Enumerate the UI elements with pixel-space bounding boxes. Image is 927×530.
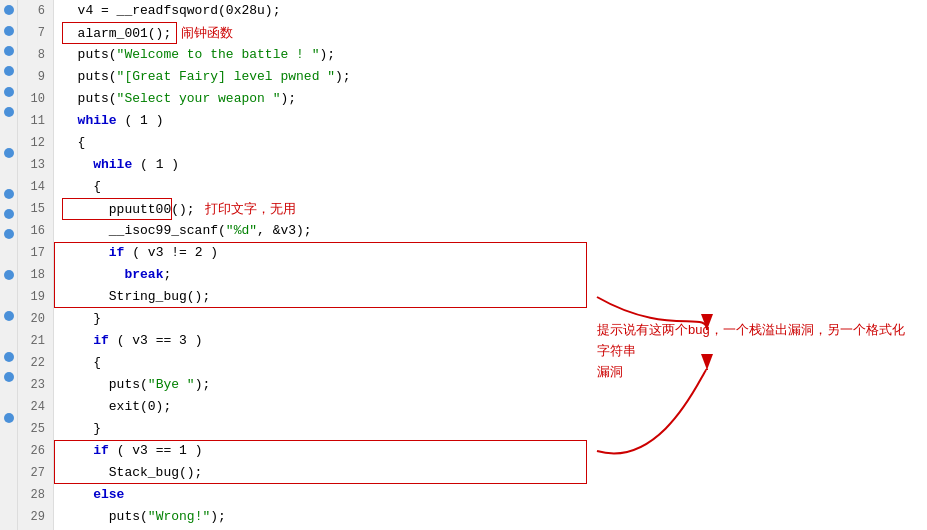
- line-number: 23: [26, 374, 45, 396]
- breakpoint-dot[interactable]: [4, 66, 14, 76]
- code-line: if ( v3 == 3 ): [62, 330, 579, 352]
- code-line: __isoc99_scanf("%d", &v3);: [62, 220, 579, 242]
- line-number: 12: [26, 132, 45, 154]
- code-line: }: [62, 308, 579, 330]
- dot-cell: [0, 265, 17, 285]
- line-number: 28: [26, 484, 45, 506]
- breakpoint-dot[interactable]: [4, 26, 14, 36]
- line-number: 20: [26, 308, 45, 330]
- code-line: String_bug();: [62, 286, 579, 308]
- code-line: puts("Select your weapon ");: [62, 88, 579, 110]
- line-number: 14: [26, 176, 45, 198]
- inline-annotation: 打印文字，无用: [205, 201, 296, 216]
- code-content: v4 = __readfsqword(0x28u); alarm_001();闹…: [54, 0, 587, 530]
- breakpoint-dot[interactable]: [4, 270, 14, 280]
- dot-cell: [0, 326, 17, 346]
- code-line: }: [62, 418, 579, 440]
- breakpoint-dot[interactable]: [4, 148, 14, 158]
- dot-cell: [0, 82, 17, 102]
- line-number: 16: [26, 220, 45, 242]
- code-line: while ( 1 ): [62, 110, 579, 132]
- breakpoint-dot[interactable]: [4, 352, 14, 362]
- code-line: v4 = __readfsqword(0x28u);: [62, 0, 579, 22]
- dot-cell: [0, 41, 17, 61]
- line-number: 7: [26, 22, 45, 44]
- code-line: puts("Wrong!");: [62, 506, 579, 528]
- dot-cell: [0, 510, 17, 530]
- breakpoint-column: [0, 0, 18, 530]
- dot-cell: [0, 163, 17, 183]
- code-line: puts("[Great Fairy] level pwned ");: [62, 66, 579, 88]
- dot-cell: [0, 428, 17, 448]
- dot-cell: [0, 306, 17, 326]
- dot-cell: [0, 367, 17, 387]
- line-number: 15: [26, 198, 45, 220]
- line-number: 21: [26, 330, 45, 352]
- line-number: 27: [26, 462, 45, 484]
- line-number: 17: [26, 242, 45, 264]
- dot-cell: [0, 184, 17, 204]
- arrows-svg: [587, 0, 927, 530]
- right-annotation-text: 提示说有这两个bug，一个栈溢出漏洞，另一个格式化字符串漏洞: [597, 320, 907, 382]
- dot-cell: [0, 0, 17, 20]
- dot-cell: [0, 347, 17, 367]
- code-editor: 6789101112131415161718192021222324252627…: [0, 0, 927, 530]
- breakpoint-dot[interactable]: [4, 229, 14, 239]
- code-line: alarm_001();闹钟函数: [62, 22, 579, 44]
- code-line: else: [62, 484, 579, 506]
- dot-cell: [0, 285, 17, 305]
- line-number: 29: [26, 506, 45, 528]
- code-line: {: [62, 132, 579, 154]
- dot-cell: [0, 143, 17, 163]
- breakpoint-dot[interactable]: [4, 413, 14, 423]
- line-number: 19: [26, 286, 45, 308]
- breakpoint-dot[interactable]: [4, 107, 14, 117]
- line-number: 9: [26, 66, 45, 88]
- breakpoint-dot[interactable]: [4, 209, 14, 219]
- dot-cell: [0, 245, 17, 265]
- code-line: puts("Bye ");: [62, 374, 579, 396]
- code-line: if ( v3 == 1 ): [62, 440, 579, 462]
- line-numbers: 6789101112131415161718192021222324252627…: [18, 0, 54, 530]
- annotation-panel: 提示说有这两个bug，一个栈溢出漏洞，另一个格式化字符串漏洞: [587, 0, 927, 530]
- dot-cell: [0, 387, 17, 407]
- dot-cell: [0, 102, 17, 122]
- line-number: 24: [26, 396, 45, 418]
- code-line: exit(0);: [62, 396, 579, 418]
- dot-cell: [0, 20, 17, 40]
- dot-cell: [0, 489, 17, 509]
- code-line: break;: [62, 264, 579, 286]
- line-number: 18: [26, 264, 45, 286]
- dot-cell: [0, 61, 17, 81]
- dot-cell: [0, 224, 17, 244]
- breakpoint-dot[interactable]: [4, 311, 14, 321]
- inline-annotation: 闹钟函数: [181, 25, 233, 40]
- dot-cell: [0, 408, 17, 428]
- code-line: Stack_bug();: [62, 462, 579, 484]
- code-line: {: [62, 176, 579, 198]
- code-line: puts("Welcome to the battle ! ");: [62, 44, 579, 66]
- breakpoint-dot[interactable]: [4, 87, 14, 97]
- breakpoint-dot[interactable]: [4, 372, 14, 382]
- line-number: 6: [26, 0, 45, 22]
- breakpoint-dot[interactable]: [4, 5, 14, 15]
- breakpoint-dot[interactable]: [4, 189, 14, 199]
- dot-cell: [0, 122, 17, 142]
- code-line: if ( v3 != 2 ): [62, 242, 579, 264]
- dot-cell: [0, 449, 17, 469]
- code-line: ppuutt00();打印文字，无用: [62, 198, 579, 220]
- line-number: 13: [26, 154, 45, 176]
- line-number: 22: [26, 352, 45, 374]
- dot-cell: [0, 469, 17, 489]
- line-number: 8: [26, 44, 45, 66]
- line-number: 26: [26, 440, 45, 462]
- dot-cell: [0, 204, 17, 224]
- breakpoint-dot[interactable]: [4, 46, 14, 56]
- code-line: while ( 1 ): [62, 154, 579, 176]
- line-number: 10: [26, 88, 45, 110]
- line-number: 25: [26, 418, 45, 440]
- code-line: {: [62, 352, 579, 374]
- line-number: 11: [26, 110, 45, 132]
